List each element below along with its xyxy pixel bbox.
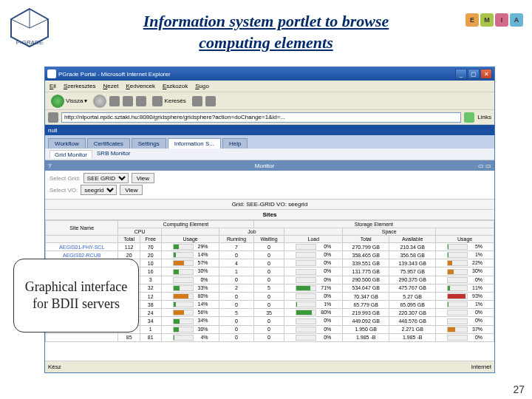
cell-waiting: 0 [253, 292, 284, 300]
cell-load: 0% [284, 243, 343, 251]
cell-space-usage: 1% [436, 251, 494, 259]
home-icon[interactable] [136, 96, 146, 106]
cell-space-usage: 37% [436, 325, 494, 333]
cell-space-total: 70.347 GB [343, 292, 389, 300]
tab-settings[interactable]: Settings [132, 138, 166, 149]
refresh-icon[interactable] [123, 96, 133, 106]
help-icon[interactable]: ? [48, 163, 51, 169]
cell-space-usage: 0% [436, 333, 494, 341]
page-number: 27 [513, 383, 525, 395]
cell-running: 4 [219, 259, 253, 267]
vo-label: Select VO: [50, 187, 78, 194]
cell-space-usage: 22% [436, 259, 494, 267]
cell-free: 70 [140, 243, 161, 251]
svg-line-2 [11, 19, 30, 28]
cell-space-avail: 1.985 -B [389, 333, 436, 341]
menu-edit[interactable]: Szerkesztes [64, 83, 96, 89]
cell-space-usage: 1% [436, 301, 494, 309]
close-button[interactable]: ✕ [480, 69, 492, 79]
svg-line-3 [30, 19, 48, 28]
cell-space-total: 339.551 GB [343, 259, 389, 267]
menu-view[interactable]: Nezet [103, 83, 118, 89]
cell-load: 1% [284, 301, 343, 309]
table-row[interactable]: AEGIS01-PHY-SCL1127029%700%270.799 GB210… [46, 243, 494, 251]
address-bar: Links [45, 110, 494, 125]
cell-usage: 14% [161, 301, 219, 309]
maximize-button[interactable]: ▢ [468, 69, 480, 79]
browser-toolbar: Vissza▾ Keresés [45, 92, 494, 110]
tab-help[interactable]: Help [222, 138, 248, 149]
cell-space-total: 131.775 GB [343, 267, 389, 276]
menu-file[interactable]: Eil [50, 83, 56, 89]
cell-running: 0 [219, 325, 253, 333]
view-button-2[interactable]: View [120, 185, 143, 195]
callout-text: Graphical interface for BDII servers [20, 279, 132, 313]
cell-running: 7 [219, 243, 253, 251]
sub-tabs: Grid Monitor SRB Monitor [45, 149, 494, 160]
go-button[interactable] [464, 112, 474, 123]
cell-space-usage: 5% [436, 243, 494, 251]
minimize-button[interactable]: _ [455, 69, 467, 79]
cell-space-avail: 210.34 GB [389, 243, 436, 251]
cell-free: 34 [140, 317, 161, 325]
view-button-1[interactable]: View [132, 173, 154, 183]
cell-space-avail: 139.343 GB [389, 259, 436, 267]
sites-header: Sites [45, 210, 494, 220]
cell-waiting: 0 [253, 317, 284, 325]
cell-usage: 14% [161, 251, 219, 259]
forward-button[interactable] [93, 95, 106, 108]
cell-sitename[interactable] [46, 333, 118, 341]
monitor-titlebar: ? Monitor ▭ ▭ [45, 160, 494, 171]
cell-space-avail: 448.576 GB [389, 317, 436, 325]
cell-free: 12 [140, 292, 161, 300]
cell-running: 2 [219, 284, 253, 292]
cell-load: 0% [284, 259, 343, 267]
tab-grid-monitor[interactable]: Grid Monitor [50, 150, 92, 158]
history-icon[interactable] [205, 96, 216, 106]
cell-space-avail: 220.307 GB [389, 309, 436, 317]
cell-load: 0% [284, 267, 343, 276]
callout-bubble: Graphical interface for BDII servers [13, 259, 139, 332]
cell-usage: 33% [161, 284, 219, 292]
cell-free: 20 [140, 251, 161, 259]
links-label[interactable]: Links [477, 114, 491, 120]
group-computing: Computing Element [118, 221, 253, 228]
favorites-icon[interactable] [192, 96, 202, 106]
tab-workflow[interactable]: Workflow [48, 138, 86, 149]
cell-usage: 57% [161, 259, 219, 267]
cell-usage: 30% [161, 325, 219, 333]
cell-space-total: 65.779 GB [343, 301, 389, 309]
search-button[interactable]: Keresés [149, 95, 188, 108]
stop-icon[interactable] [109, 96, 120, 106]
column-header-row: Total Free Usage Running Waiting Load To… [46, 236, 494, 243]
vo-select[interactable]: seegrid [81, 185, 117, 195]
cell-space-total: 219.993 GB [343, 309, 389, 317]
menu-help[interactable]: Sugo [195, 83, 209, 89]
back-button[interactable]: Vissza▾ [48, 93, 90, 109]
cell-free: 32 [140, 284, 161, 292]
window-titlebar[interactable]: PGrade Portal - Microsoft Internet Explo… [45, 67, 494, 81]
cell-waiting: 35 [253, 309, 284, 317]
cell-space-total: 449.092 GB [343, 317, 389, 325]
puzzle-logo: E M I A [466, 13, 525, 43]
cell-waiting: 0 [253, 325, 284, 333]
cell-sitename[interactable]: AEGIS01-PHY-SCL [46, 243, 118, 251]
cell-running: 0 [219, 276, 253, 284]
address-input[interactable] [61, 112, 461, 123]
table-row[interactable]: 85814%000%1.985 -B1.985 -B0% [46, 333, 494, 341]
address-icon [48, 112, 58, 123]
collapse-icon[interactable]: ▭ ▭ [478, 163, 491, 169]
cell-load: 71% [284, 284, 343, 292]
filter-panel: Select Grid: SEE GRID View Select VO: se… [45, 171, 494, 200]
grid-select[interactable]: SEE GRID [83, 173, 129, 183]
tab-srb-monitor[interactable]: SRB Monitor [97, 150, 130, 158]
tab-information[interactable]: Information S... [168, 138, 221, 149]
tab-certificates[interactable]: Certificates [87, 138, 130, 149]
cell-running: 0 [219, 317, 253, 325]
cell-load: 0% [284, 251, 343, 259]
cell-usage: 0% [161, 276, 219, 284]
group-storage: Storage Element [253, 221, 494, 228]
cell-space-total: 290.500 GB [343, 276, 389, 284]
menu-tools[interactable]: Eszkozok [163, 83, 188, 89]
menu-favorites[interactable]: Kedvencek [126, 83, 155, 89]
